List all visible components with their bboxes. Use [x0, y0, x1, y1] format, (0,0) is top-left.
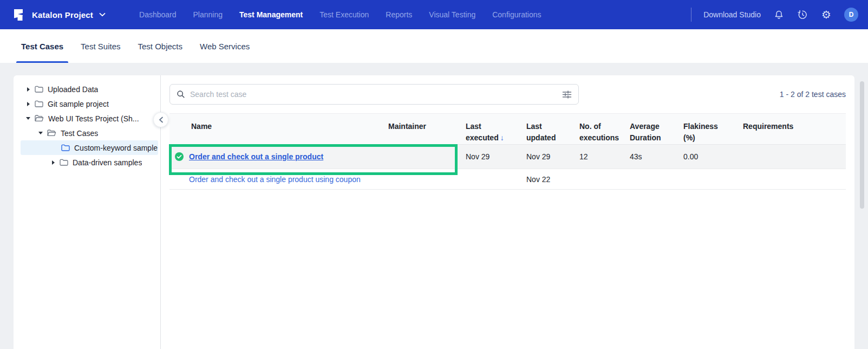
- history-icon[interactable]: [797, 9, 808, 21]
- top-navbar: Katalon Project Dashboard Planning Test …: [0, 0, 868, 29]
- caret-down-icon[interactable]: [38, 132, 43, 134]
- navbar-divider: [691, 8, 691, 22]
- vertical-scrollbar-thumb[interactable]: [860, 81, 864, 209]
- nav-item-reports[interactable]: Reports: [386, 10, 412, 19]
- folder-closed-icon: [61, 144, 70, 151]
- main-nav: Dashboard Planning Test Management Test …: [139, 10, 541, 19]
- test-cases-main-pane: 1 - 2 of 2 test cases Name Maintainer La…: [161, 75, 854, 349]
- caret-right-icon[interactable]: [25, 87, 31, 92]
- test-cases-table: Name Maintainer Last executed↓ Last upda…: [169, 113, 846, 190]
- folder-closed-icon: [60, 159, 68, 166]
- notifications-bell-icon[interactable]: [773, 9, 785, 21]
- test-case-link[interactable]: Order and check out a single product usi…: [189, 175, 361, 184]
- caret-right-icon[interactable]: [25, 102, 31, 106]
- column-header-no-of-executions[interactable]: No. of executions: [579, 114, 630, 144]
- nav-item-planning[interactable]: Planning: [193, 10, 223, 19]
- nav-item-configurations[interactable]: Configurations: [492, 10, 541, 19]
- sort-desc-arrow-icon[interactable]: ↓: [500, 133, 504, 142]
- test-management-tabs: Test Cases Test Suites Test Objects Web …: [0, 29, 868, 63]
- tab-test-suites[interactable]: Test Suites: [76, 29, 125, 63]
- column-header-requirements[interactable]: Requirements: [743, 114, 846, 132]
- test-case-name-cell: Order and check out a single product: [169, 152, 388, 161]
- column-header-average-duration[interactable]: Average Duration: [630, 114, 683, 144]
- column-header-maintainer[interactable]: Maintainer: [388, 114, 466, 132]
- tree-item-test-cases[interactable]: Test Cases: [21, 126, 158, 140]
- test-case-link[interactable]: Order and check out a single product: [189, 152, 323, 161]
- nav-item-test-management[interactable]: Test Management: [239, 10, 303, 19]
- download-studio-link[interactable]: Download Studio: [703, 10, 761, 19]
- average-duration-cell: 43s: [630, 152, 683, 161]
- tree-item-web-ui-tests-project[interactable]: Web UI Tests Project (Sh...: [21, 111, 158, 126]
- nav-item-dashboard[interactable]: Dashboard: [139, 10, 177, 19]
- settings-gear-icon[interactable]: ⚙: [820, 9, 832, 21]
- search-box[interactable]: [169, 84, 579, 105]
- column-header-name[interactable]: Name: [169, 114, 388, 132]
- project-name[interactable]: Katalon Project: [32, 10, 93, 20]
- folder-open-icon: [35, 115, 44, 122]
- folder-tree-sidebar: Uploaded Data Git sample project Web UI …: [14, 75, 161, 349]
- content-card: Uploaded Data Git sample project Web UI …: [14, 75, 854, 349]
- column-header-last-updated[interactable]: Last updated: [526, 114, 579, 144]
- flakiness-cell: 0.00: [683, 152, 743, 161]
- test-case-name-cell: Order and check out a single product usi…: [169, 175, 388, 184]
- last-executed-cell: Nov 29: [466, 152, 526, 161]
- toolbar: 1 - 2 of 2 test cases: [169, 84, 846, 105]
- search-input[interactable]: [190, 90, 562, 99]
- column-header-last-executed[interactable]: Last executed↓: [466, 114, 526, 144]
- caret-right-icon[interactable]: [50, 160, 56, 165]
- navbar-right-group: Download Studio ⚙ D: [691, 8, 858, 22]
- result-count: 1 - 2 of 2 test cases: [780, 90, 846, 99]
- tree-item-uploaded-data[interactable]: Uploaded Data: [21, 82, 158, 96]
- nav-item-visual-testing[interactable]: Visual Testing: [429, 10, 475, 19]
- katalon-logo-icon[interactable]: [10, 7, 25, 22]
- filter-sliders-icon[interactable]: [562, 91, 572, 99]
- tab-web-services[interactable]: Web Services: [195, 29, 254, 63]
- nav-item-test-execution[interactable]: Test Execution: [319, 10, 369, 19]
- chevron-down-icon[interactable]: [99, 12, 106, 17]
- last-updated-cell: Nov 22: [526, 175, 579, 184]
- table-header-row: Name Maintainer Last executed↓ Last upda…: [169, 113, 846, 145]
- folder-open-icon: [47, 130, 56, 137]
- user-avatar[interactable]: D: [844, 8, 858, 22]
- column-header-flakiness[interactable]: Flakiness (%): [683, 114, 743, 144]
- folder-closed-icon: [35, 100, 43, 107]
- tree-item-git-sample-project[interactable]: Git sample project: [21, 96, 158, 111]
- tab-test-objects[interactable]: Test Objects: [133, 29, 187, 63]
- chevron-left-icon: [159, 117, 164, 123]
- executions-cell: 12: [579, 152, 630, 161]
- search-icon: [177, 90, 185, 99]
- status-empty-slot: [175, 175, 184, 184]
- tree-item-data-driven-samples[interactable]: Data-driven samples: [21, 155, 158, 170]
- sidebar-collapse-button[interactable]: [153, 112, 168, 127]
- tab-test-cases[interactable]: Test Cases: [16, 29, 68, 63]
- tree-item-custom-keyword-sample[interactable]: Custom-keyword sample: [21, 140, 158, 155]
- caret-down-icon[interactable]: [25, 117, 31, 120]
- table-row[interactable]: Order and check out a single product usi…: [169, 169, 846, 190]
- last-updated-cell: Nov 29: [526, 152, 579, 161]
- status-passed-icon: [175, 152, 184, 161]
- katalon-logo-icon: [10, 8, 24, 22]
- table-row[interactable]: Order and check out a single product Nov…: [169, 145, 846, 169]
- app-window: Katalon Project Dashboard Planning Test …: [0, 0, 868, 349]
- folder-closed-icon: [35, 86, 43, 93]
